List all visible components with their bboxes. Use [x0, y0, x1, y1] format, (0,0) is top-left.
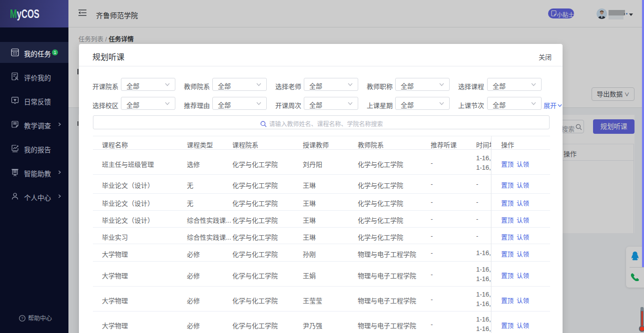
svg-text:?: ?: [21, 316, 23, 321]
